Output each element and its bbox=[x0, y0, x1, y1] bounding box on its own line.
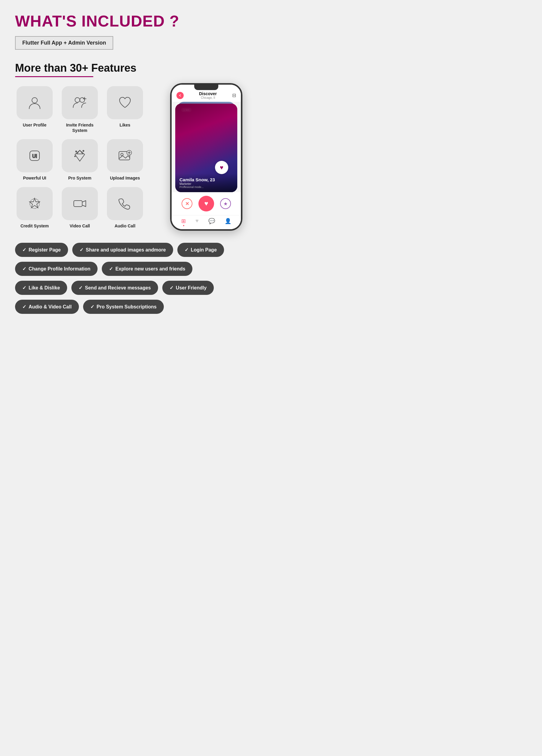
phone-actions: ✕ ♥ ★ bbox=[172, 192, 241, 215]
phone-wrapper: Discover Chicago, Il ⊟ 1 km ♥ bbox=[157, 83, 256, 231]
feature-pro-system: Pro System bbox=[60, 139, 99, 181]
nav-likes[interactable]: ♥ bbox=[195, 218, 199, 226]
badge-pro-subscriptions: ✓ Pro System Subscriptions bbox=[83, 300, 164, 314]
nav-profile[interactable]: 👤 bbox=[225, 218, 231, 226]
feature-icon-box-pro-system bbox=[62, 139, 98, 172]
phone-nav: ⊞ ♥ 💬 👤 bbox=[172, 215, 241, 229]
feature-video-call: Video Call bbox=[60, 187, 99, 229]
badge-row-2: ✓ Change Profile Information ✓ Explore n… bbox=[15, 262, 256, 276]
check-icon: ✓ bbox=[185, 247, 188, 253]
feature-label-audio-call: Audio Call bbox=[114, 223, 135, 229]
check-icon: ✓ bbox=[90, 304, 94, 310]
invite-friends-icon bbox=[72, 95, 88, 111]
feature-icon-box-audio-call bbox=[107, 187, 143, 220]
feature-invite-friends: Invite Friends System bbox=[60, 86, 99, 133]
feature-powerful-ui: UI Powerful UI bbox=[15, 139, 54, 181]
check-icon: ✓ bbox=[170, 285, 173, 291]
feature-icon-box-user-profile bbox=[17, 86, 53, 119]
svg-point-10 bbox=[83, 150, 84, 152]
badge-row-1: ✓ Register Page ✓ Share and upload image… bbox=[15, 243, 256, 257]
card-subtitle: Marketer bbox=[179, 182, 233, 186]
check-icon: ✓ bbox=[22, 266, 26, 272]
svg-point-9 bbox=[76, 151, 77, 152]
card-overlay: Camila Snow, 23 Marketer Proffesional mo… bbox=[175, 173, 237, 192]
badge-row-4: ✓ Audio & Video Call ✓ Pro System Subscr… bbox=[15, 300, 256, 314]
phone-screen: Discover Chicago, Il ⊟ 1 km ♥ bbox=[172, 85, 241, 229]
phone-notch bbox=[194, 85, 218, 90]
ui-icon: UI bbox=[27, 148, 42, 164]
badge-explore-users: ✓ Explore new users and friends bbox=[102, 262, 192, 276]
phone-cards-area: 1 km ♥ Camila Snow, 23 Marketer Proffesi… bbox=[172, 102, 241, 192]
svg-rect-19 bbox=[74, 201, 82, 207]
badge-send-messages: ✓ Send and Recieve messages bbox=[71, 281, 158, 295]
feature-credit-system: Credit System bbox=[15, 187, 54, 229]
feature-icon-box-video-call bbox=[62, 187, 98, 220]
feature-icon-box-powerful-ui: UI bbox=[17, 139, 53, 172]
card-desc: Proffesional mode... bbox=[179, 186, 233, 189]
check-icon: ✓ bbox=[109, 266, 113, 272]
diamond-icon bbox=[72, 148, 88, 164]
svg-point-1 bbox=[75, 98, 80, 102]
badge-login-page: ✓ Login Page bbox=[177, 243, 224, 257]
subtitle-badge: Flutter Full App + Admin Version bbox=[15, 36, 113, 50]
phone-frame: Discover Chicago, Il ⊟ 1 km ♥ bbox=[170, 83, 242, 231]
feature-icon-box-upload-images bbox=[107, 139, 143, 172]
like-button-card[interactable]: ♥ bbox=[215, 161, 228, 174]
badge-user-friendly-label: User Friendly bbox=[176, 285, 207, 291]
phone-header-title: Discover Chicago, Il bbox=[199, 91, 217, 99]
badges-section: ✓ Register Page ✓ Share and upload image… bbox=[15, 243, 256, 314]
video-call-icon bbox=[72, 196, 88, 211]
feature-label-powerful-ui: Powerful UI bbox=[23, 175, 46, 181]
user-icon bbox=[27, 95, 42, 111]
card-main: 1 km ♥ Camila Snow, 23 Marketer Proffesi… bbox=[175, 104, 237, 192]
credit-system-icon bbox=[27, 196, 42, 211]
feature-likes: Likes bbox=[105, 86, 145, 133]
feature-icon-box-likes bbox=[107, 86, 143, 119]
check-icon: ✓ bbox=[79, 285, 83, 291]
badge-share-upload-label: Share and upload images andmore bbox=[86, 247, 166, 253]
badge-send-messages-label: Send and Recieve messages bbox=[85, 285, 151, 291]
badge-user-friendly: ✓ User Friendly bbox=[162, 281, 214, 295]
feature-audio-call: Audio Call bbox=[105, 187, 145, 229]
badge-change-profile-label: Change Profile Information bbox=[29, 266, 90, 272]
badge-register-page: ✓ Register Page bbox=[15, 243, 68, 257]
feature-icon-box-credit-system bbox=[17, 187, 53, 220]
badge-change-profile: ✓ Change Profile Information bbox=[15, 262, 98, 276]
dislike-button[interactable]: ✕ bbox=[182, 198, 192, 209]
upload-images-icon bbox=[117, 148, 133, 164]
svg-point-13 bbox=[121, 153, 123, 156]
like-button[interactable]: ♥ bbox=[198, 196, 214, 211]
main-title: WHAT'S INCLUDED ? bbox=[15, 12, 256, 30]
phone-back-btn[interactable] bbox=[176, 92, 184, 99]
location-text: Chicago, Il bbox=[199, 96, 217, 99]
svg-text:UI: UI bbox=[32, 154, 37, 159]
badge-explore-users-label: Explore new users and friends bbox=[115, 266, 185, 272]
svg-point-0 bbox=[32, 98, 37, 103]
filter-icon[interactable]: ⊟ bbox=[232, 92, 236, 98]
check-icon: ✓ bbox=[22, 285, 26, 291]
feature-label-credit-system: Credit System bbox=[20, 223, 49, 229]
badge-audio-video-call-label: Audio & Video Call bbox=[29, 304, 72, 310]
feature-upload-images: Upload Images bbox=[105, 139, 145, 181]
superlike-button[interactable]: ★ bbox=[220, 198, 231, 209]
features-underline bbox=[15, 76, 93, 77]
check-icon: ✓ bbox=[22, 304, 26, 310]
badge-register-page-label: Register Page bbox=[29, 247, 61, 253]
card-name: Camila Snow, 23 bbox=[179, 177, 233, 182]
feature-label-pro-system: Pro System bbox=[68, 175, 91, 181]
audio-call-icon bbox=[117, 196, 133, 211]
badge-pro-subscriptions-label: Pro System Subscriptions bbox=[97, 304, 157, 310]
feature-label-video-call: Video Call bbox=[70, 223, 90, 229]
badge-like-dislike-label: Like & Dislike bbox=[29, 285, 60, 291]
nav-home[interactable]: ⊞ bbox=[181, 218, 186, 226]
badge-row-3: ✓ Like & Dislike ✓ Send and Recieve mess… bbox=[15, 281, 256, 295]
likes-icon bbox=[117, 95, 133, 111]
check-icon: ✓ bbox=[79, 247, 83, 253]
feature-label-user-profile: User Profile bbox=[23, 122, 47, 128]
feature-icon-box-invite-friends bbox=[62, 86, 98, 119]
badge-login-page-label: Login Page bbox=[191, 247, 217, 253]
feature-label-likes: Likes bbox=[120, 122, 130, 128]
badge-like-dislike: ✓ Like & Dislike bbox=[15, 281, 67, 295]
nav-messages[interactable]: 💬 bbox=[208, 218, 215, 226]
features-title: More than 30+ Features bbox=[15, 62, 256, 74]
